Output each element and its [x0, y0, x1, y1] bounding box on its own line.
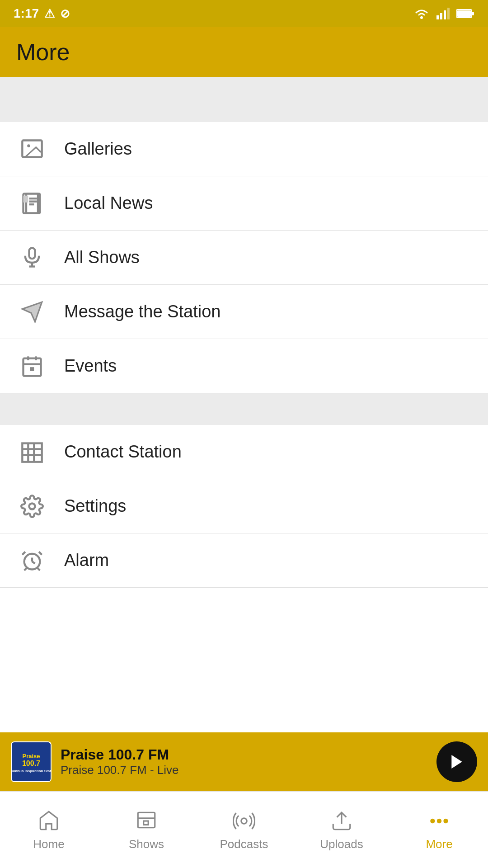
local-news-label: Local News: [64, 193, 153, 213]
svg-rect-16: [29, 248, 35, 259]
svg-rect-2: [440, 13, 442, 19]
send-icon: [16, 296, 48, 328]
play-button[interactable]: [436, 741, 477, 782]
svg-point-0: [420, 16, 423, 19]
now-playing-info: Praise 100.7 FM Praise 100.7 FM - Live: [61, 746, 427, 777]
svg-text:Columbus Inspiration Station: Columbus Inspiration Station: [12, 769, 51, 773]
battery-icon: [456, 8, 474, 19]
svg-rect-25: [30, 367, 34, 371]
no-sign-icon: ⊘: [60, 7, 70, 21]
alarm-icon: [16, 545, 48, 576]
nav-label-uploads: Uploads: [320, 837, 363, 851]
menu-item-all-shows[interactable]: All Shows: [0, 231, 488, 285]
menu-group-1: Galleries Local News All Shows: [0, 122, 488, 393]
svg-rect-44: [144, 821, 148, 825]
svg-line-35: [24, 567, 28, 571]
now-playing-bar[interactable]: Praise 100.7 Columbus Inspiration Statio…: [0, 732, 488, 791]
menu-item-message-station[interactable]: Message the Station: [0, 285, 488, 339]
contact-station-label: Contact Station: [64, 442, 182, 462]
top-section-spacer: [0, 77, 488, 122]
svg-rect-8: [22, 140, 42, 157]
svg-point-47: [431, 819, 434, 823]
bottom-nav: Home Shows Podcasts: [0, 791, 488, 868]
menu-item-settings[interactable]: Settings: [0, 479, 488, 533]
events-label: Events: [64, 356, 117, 376]
svg-point-31: [29, 503, 35, 509]
svg-text:Praise: Praise: [22, 753, 40, 760]
image-icon: [16, 133, 48, 165]
home-icon: [36, 808, 61, 834]
svg-line-36: [37, 567, 40, 571]
svg-rect-1: [436, 15, 439, 19]
alarm-label: Alarm: [64, 551, 109, 570]
shows-icon: [134, 808, 159, 834]
nav-item-podcasts[interactable]: Podcasts: [195, 808, 293, 851]
svg-rect-26: [22, 443, 42, 462]
nav-label-shows: Shows: [129, 837, 164, 851]
microphone-icon: [16, 242, 48, 274]
menu-group-2: Contact Station Settings Alarm: [0, 425, 488, 588]
wifi-icon: [413, 7, 430, 20]
warning-icon: ⚠: [44, 7, 55, 21]
settings-label: Settings: [64, 496, 126, 516]
station-logo: Praise 100.7 Columbus Inspiration Statio…: [11, 741, 52, 782]
podcasts-icon: [231, 808, 257, 834]
nav-label-more: More: [426, 837, 452, 851]
svg-text:100.7: 100.7: [22, 760, 40, 767]
svg-point-49: [444, 819, 447, 823]
svg-rect-6: [457, 10, 471, 17]
nav-item-home[interactable]: Home: [0, 808, 98, 851]
signal-icon: [436, 7, 450, 20]
svg-point-48: [437, 819, 441, 823]
menu-item-events[interactable]: Events: [0, 339, 488, 393]
menu-item-alarm[interactable]: Alarm: [0, 533, 488, 588]
nav-item-uploads[interactable]: Uploads: [293, 808, 390, 851]
menu-item-contact-station[interactable]: Contact Station: [0, 425, 488, 479]
galleries-label: Galleries: [64, 139, 132, 159]
page-title: More: [16, 38, 70, 66]
svg-line-34: [32, 561, 35, 563]
now-playing-title: Praise 100.7 FM: [61, 746, 427, 763]
svg-marker-20: [22, 302, 42, 321]
status-time: 1:17: [14, 6, 39, 21]
all-shows-label: All Shows: [64, 248, 140, 267]
calendar-icon: [16, 350, 48, 382]
svg-rect-15: [23, 195, 28, 202]
header: More: [0, 27, 488, 77]
svg-point-45: [241, 818, 247, 824]
newspaper-icon: [16, 188, 48, 219]
menu-item-galleries[interactable]: Galleries: [0, 122, 488, 176]
nav-label-home: Home: [33, 837, 64, 851]
svg-rect-7: [472, 12, 474, 15]
gear-icon: [16, 491, 48, 522]
nav-label-podcasts: Podcasts: [220, 837, 268, 851]
building-icon: [16, 436, 48, 468]
svg-point-9: [27, 144, 30, 147]
svg-rect-3: [444, 10, 446, 19]
nav-item-shows[interactable]: Shows: [98, 808, 195, 851]
svg-marker-41: [451, 755, 462, 769]
menu-item-local-news[interactable]: Local News: [0, 176, 488, 231]
middle-section-spacer: [0, 393, 488, 425]
more-icon: [427, 808, 452, 834]
svg-rect-4: [447, 8, 450, 19]
now-playing-subtitle: Praise 100.7 FM - Live: [61, 763, 427, 777]
nav-item-more[interactable]: More: [390, 808, 488, 851]
status-bar: 1:17 ⚠ ⊘: [0, 0, 488, 27]
message-station-label: Message the Station: [64, 302, 221, 321]
uploads-icon: [329, 808, 354, 834]
